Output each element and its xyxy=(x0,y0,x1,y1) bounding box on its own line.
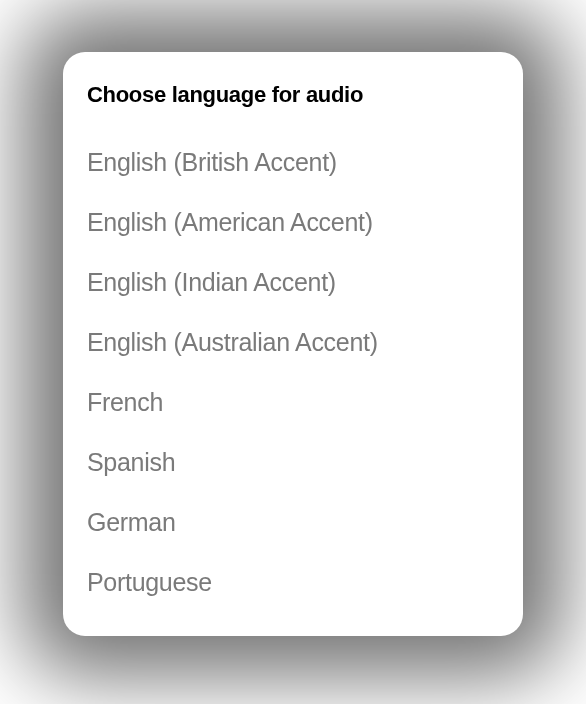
language-options-list: English (British Accent) English (Americ… xyxy=(87,132,499,612)
language-option-english-american[interactable]: English (American Accent) xyxy=(87,192,499,252)
language-option-french[interactable]: French xyxy=(87,372,499,432)
language-option-english-indian[interactable]: English (Indian Accent) xyxy=(87,252,499,312)
language-option-english-australian[interactable]: English (Australian Accent) xyxy=(87,312,499,372)
language-selection-dialog: Choose language for audio English (Briti… xyxy=(63,52,523,636)
dialog-title: Choose language for audio xyxy=(87,82,499,108)
language-option-german[interactable]: German xyxy=(87,492,499,552)
language-option-english-british[interactable]: English (British Accent) xyxy=(87,132,499,192)
language-option-spanish[interactable]: Spanish xyxy=(87,432,499,492)
language-option-portuguese[interactable]: Portuguese xyxy=(87,552,499,612)
